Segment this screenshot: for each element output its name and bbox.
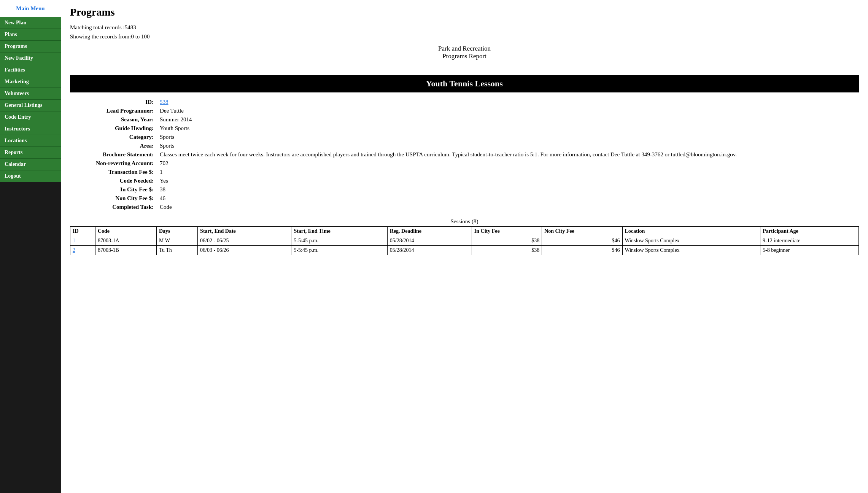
main-content: Programs Matching total records :5483 Sh…: [61, 0, 868, 493]
area-row: Area: Sports: [70, 142, 859, 150]
session-in-city-fee: $38: [472, 236, 542, 246]
session-id: 1: [70, 236, 95, 246]
sidebar-item-general-listings[interactable]: General Listings: [0, 100, 61, 111]
report-title-block: Park and Recreation Programs Report: [70, 45, 859, 60]
guide-heading-label: Guide Heading:: [70, 124, 157, 133]
sidebar-item-programs[interactable]: Programs: [0, 41, 61, 52]
session-start-end-time: 5-5:45 p.m.: [291, 246, 387, 255]
season-year-value: Summer 2014: [157, 115, 859, 124]
transaction-fee-value: 1: [157, 168, 859, 177]
area-label: Area:: [70, 142, 157, 150]
sidebar-item-locations[interactable]: Locations: [0, 135, 61, 147]
sessions-label: Sessions (8): [70, 218, 859, 225]
completed-task-value: Code: [157, 203, 859, 212]
col-start-end-time: Start, End Time: [291, 227, 387, 236]
season-year-label: Season, Year:: [70, 115, 157, 124]
season-year-row: Season, Year: Summer 2014: [70, 115, 859, 124]
brochure-value: Classes meet twice each week for four we…: [157, 150, 859, 159]
brochure-row: Brochure Statement: Classes meet twice e…: [70, 150, 859, 159]
non-reverting-value: 702: [157, 159, 859, 168]
sidebar-item-marketing[interactable]: Marketing: [0, 76, 61, 88]
program-title-bar: Youth Tennis Lessons: [70, 75, 859, 92]
session-id-link[interactable]: 1: [73, 238, 75, 243]
col-in-city-fee: In City Fee: [472, 227, 542, 236]
session-reg-deadline: 05/28/2014: [387, 246, 472, 255]
session-non-city-fee: $46: [542, 246, 622, 255]
session-start-end-time: 5-5:45 p.m.: [291, 236, 387, 246]
main-menu-link[interactable]: Main Menu: [0, 0, 61, 17]
session-location: Winslow Sports Complex: [622, 236, 760, 246]
session-days: Tu Th: [156, 246, 197, 255]
session-id: 2: [70, 246, 95, 255]
non-reverting-row: Non-reverting Account: 702: [70, 159, 859, 168]
sidebar-item-new-plan[interactable]: New Plan: [0, 17, 61, 29]
lead-programmer-value: Dee Tuttle: [157, 107, 859, 115]
session-reg-deadline: 05/28/2014: [387, 236, 472, 246]
guide-heading-row: Guide Heading: Youth Sports: [70, 124, 859, 133]
report-title-line2: Programs Report: [70, 52, 859, 60]
sidebar-item-calendar[interactable]: Calendar: [0, 159, 61, 170]
guide-heading-value: Youth Sports: [157, 124, 859, 133]
in-city-fee-row: In City Fee $: 38: [70, 185, 859, 194]
non-city-fee-row: Non City Fee $: 46: [70, 194, 859, 203]
sessions-table: ID Code Days Start, End Date Start, End …: [70, 226, 859, 255]
sidebar-item-code-entry[interactable]: Code Entry: [0, 111, 61, 123]
sidebar-item-new-facility[interactable]: New Facility: [0, 52, 61, 64]
session-participant-age: 9-12 intermediate: [760, 236, 859, 246]
col-non-city-fee: Non City Fee: [542, 227, 622, 236]
non-city-fee-value: 46: [157, 194, 859, 203]
lead-programmer-label: Lead Programmer:: [70, 107, 157, 115]
completed-task-row: Completed Task: Code: [70, 203, 859, 212]
sidebar-item-instructors[interactable]: Instructors: [0, 123, 61, 135]
program-id-row: ID: 538: [70, 98, 859, 107]
session-start-end-date: 06/03 - 06/26: [198, 246, 291, 255]
in-city-fee-value: 38: [157, 185, 859, 194]
id-link[interactable]: 538: [160, 99, 169, 105]
code-needed-value: Yes: [157, 177, 859, 185]
session-participant-age: 5-8 beginner: [760, 246, 859, 255]
code-needed-label: Code Needed:: [70, 177, 157, 185]
non-city-fee-label: Non City Fee $:: [70, 194, 157, 203]
col-start-end-date: Start, End Date: [198, 227, 291, 236]
divider: [70, 68, 859, 68]
category-label: Category:: [70, 133, 157, 142]
col-reg-deadline: Reg. Deadline: [387, 227, 472, 236]
id-label: ID:: [70, 98, 157, 107]
session-code: 87003-1B: [95, 246, 156, 255]
area-value: Sports: [157, 142, 859, 150]
col-days: Days: [156, 227, 197, 236]
col-participant-age: Participant Age: [760, 227, 859, 236]
session-location: Winslow Sports Complex: [622, 246, 760, 255]
category-value: Sports: [157, 133, 859, 142]
sidebar-item-logout[interactable]: Logout: [0, 170, 61, 182]
program-details-table: ID: 538 Lead Programmer: Dee Tuttle Seas…: [70, 98, 859, 212]
sidebar-item-volunteers[interactable]: Volunteers: [0, 88, 61, 100]
report-title-line1: Park and Recreation: [70, 45, 859, 52]
lead-programmer-row: Lead Programmer: Dee Tuttle: [70, 107, 859, 115]
sidebar-item-facilities[interactable]: Facilities: [0, 64, 61, 76]
session-days: M W: [156, 236, 197, 246]
brochure-label: Brochure Statement:: [70, 150, 157, 159]
transaction-fee-label: Transaction Fee $:: [70, 168, 157, 177]
session-in-city-fee: $38: [472, 246, 542, 255]
sidebar: Main Menu New Plan Plans Programs New Fa…: [0, 0, 61, 493]
session-code: 87003-1A: [95, 236, 156, 246]
table-row: 1 87003-1A M W 06/02 - 06/25 5-5:45 p.m.…: [70, 236, 859, 246]
session-id-link[interactable]: 2: [73, 247, 75, 253]
records-total: Matching total records :5483: [70, 23, 859, 32]
col-code: Code: [95, 227, 156, 236]
sidebar-item-plans[interactable]: Plans: [0, 29, 61, 41]
table-row: 2 87003-1B Tu Th 06/03 - 06/26 5-5:45 p.…: [70, 246, 859, 255]
record-info: Matching total records :5483 Showing the…: [70, 23, 859, 41]
sidebar-item-reports[interactable]: Reports: [0, 147, 61, 159]
page-title: Programs: [70, 6, 859, 18]
id-value: 538: [157, 98, 859, 107]
col-id: ID: [70, 227, 95, 236]
records-range: Showing the records from:0 to 100: [70, 32, 859, 41]
code-needed-row: Code Needed: Yes: [70, 177, 859, 185]
completed-task-label: Completed Task:: [70, 203, 157, 212]
in-city-fee-label: In City Fee $:: [70, 185, 157, 194]
sessions-header-row: ID Code Days Start, End Date Start, End …: [70, 227, 859, 236]
session-non-city-fee: $46: [542, 236, 622, 246]
transaction-fee-row: Transaction Fee $: 1: [70, 168, 859, 177]
